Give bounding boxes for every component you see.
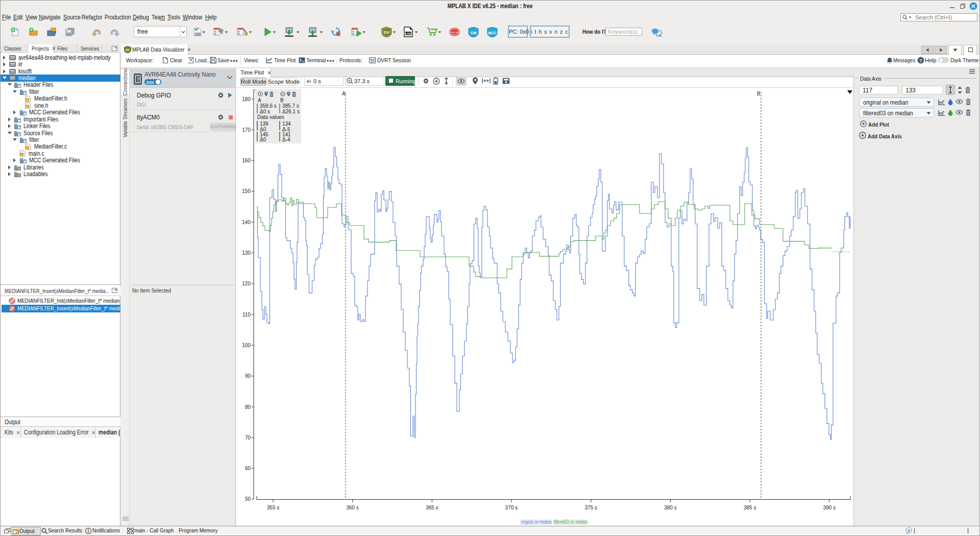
svg-text:DV: DV — [384, 30, 390, 35]
svg-text:110: 110 — [242, 312, 251, 318]
svg-text:CM: CM — [470, 31, 477, 35]
svg-text:80: 80 — [245, 404, 251, 410]
svg-text:385 s: 385 s — [744, 505, 756, 510]
svg-text:150: 150 — [242, 188, 251, 194]
svg-text:180: 180 — [242, 96, 251, 102]
svg-text:c: c — [21, 153, 22, 156]
svg-text:120: 120 — [242, 281, 251, 286]
svg-text:3: 3 — [218, 30, 219, 33]
svg-text:SRC: SRC — [195, 33, 201, 36]
svg-text:MCC: MCC — [488, 31, 497, 35]
svg-text:70: 70 — [245, 435, 251, 441]
svg-text:c: c — [27, 146, 28, 149]
svg-text:360 s: 360 s — [346, 505, 358, 510]
svg-text:170: 170 — [242, 127, 251, 133]
svg-text:355 s: 355 s — [267, 505, 279, 510]
svg-text:380 s: 380 s — [664, 505, 676, 510]
svg-text:100: 100 — [242, 343, 251, 348]
svg-text:DISPLAY: DISPLAY — [450, 31, 459, 34]
svg-text:390 s: 390 s — [823, 505, 836, 510]
svg-text:50: 50 — [245, 496, 251, 502]
svg-text:90: 90 — [245, 373, 251, 379]
svg-text:?: ? — [919, 58, 922, 63]
svg-text:DV: DV — [126, 48, 130, 52]
svg-text:370 s: 370 s — [505, 505, 518, 510]
svg-text:60: 60 — [245, 466, 251, 471]
svg-text:4: 4 — [908, 528, 910, 533]
svg-text:130: 130 — [242, 250, 251, 256]
svg-text:A: A — [342, 91, 346, 96]
svg-text:LOG: LOG — [405, 32, 411, 35]
svg-text:B: B — [757, 91, 761, 96]
svg-text:140: 140 — [242, 220, 251, 225]
svg-text:160: 160 — [242, 158, 251, 163]
svg-text:365 s: 365 s — [426, 505, 438, 510]
svg-text:375 s: 375 s — [585, 505, 597, 510]
